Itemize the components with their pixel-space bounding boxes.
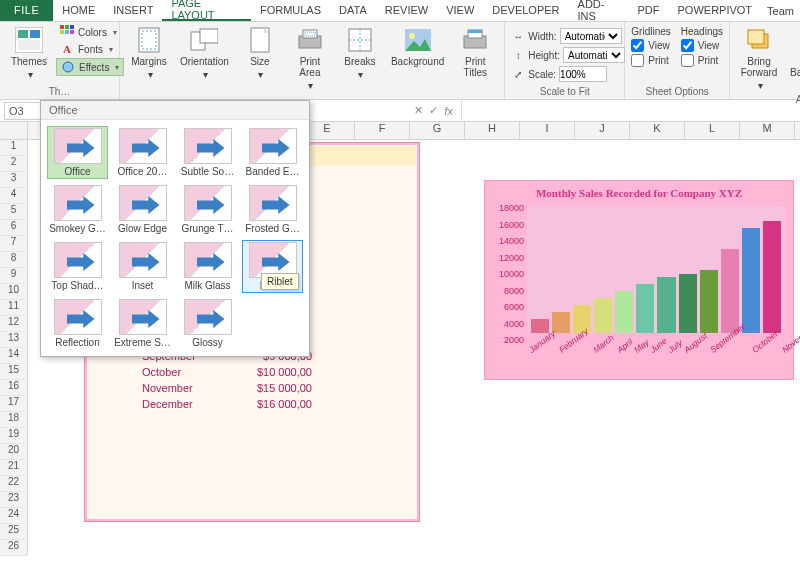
effect-option[interactable]: Inset: [112, 240, 173, 293]
tab-home[interactable]: HOME: [53, 0, 104, 21]
enter-icon[interactable]: ✓: [429, 104, 438, 117]
file-tab[interactable]: FILE: [0, 0, 53, 21]
effect-option[interactable]: Top Shad…: [47, 240, 108, 293]
fx-icon[interactable]: fx: [444, 105, 453, 117]
select-all-corner[interactable]: [0, 122, 28, 139]
data-row[interactable]: November$15 000,00: [140, 382, 316, 397]
gridlines-print-checkbox[interactable]: [631, 54, 644, 67]
sheetoptions-group-label: Sheet Options: [631, 85, 723, 99]
width-select[interactable]: Automatic: [560, 28, 622, 44]
effect-option[interactable]: Extreme S…: [112, 297, 173, 350]
tab-add-ins[interactable]: ADD-INS: [569, 0, 629, 21]
row-header[interactable]: 25: [0, 524, 28, 540]
row-header[interactable]: 17: [0, 396, 28, 412]
headings-print-checkbox[interactable]: [681, 54, 694, 67]
gridlines-view-checkbox[interactable]: [631, 39, 644, 52]
formula-input[interactable]: [461, 100, 800, 121]
chevron-down-icon: ▾: [113, 28, 117, 37]
column-header[interactable]: M: [740, 122, 795, 139]
tab-formulas[interactable]: FORMULAS: [251, 0, 330, 21]
headings-view-checkbox[interactable]: [681, 39, 694, 52]
chart-bar: [594, 298, 612, 333]
colors-button[interactable]: Colors▾: [56, 24, 124, 40]
effect-option[interactable]: Reflection: [47, 297, 108, 350]
column-header[interactable]: L: [685, 122, 740, 139]
tab-developer[interactable]: DEVELOPER: [483, 0, 568, 21]
fonts-button[interactable]: AFonts▾: [56, 41, 124, 57]
effect-thumb-icon: [119, 299, 167, 335]
sendbackward-button[interactable]: Send Backward▾: [786, 24, 800, 93]
row-header[interactable]: 26: [0, 540, 28, 556]
tab-data[interactable]: DATA: [330, 0, 376, 21]
chart-bar: [636, 284, 654, 333]
scale-input[interactable]: [559, 66, 607, 82]
row-header[interactable]: 20: [0, 444, 28, 460]
row-header[interactable]: 11: [0, 300, 28, 316]
effect-option[interactable]: Glossy: [177, 297, 238, 350]
row-header[interactable]: 15: [0, 364, 28, 380]
effect-option[interactable]: Grunge T…: [177, 183, 238, 236]
svg-rect-1: [18, 30, 28, 38]
tab-insert[interactable]: INSERT: [104, 0, 162, 21]
row-header[interactable]: 1: [0, 140, 28, 156]
orientation-button[interactable]: Orientation▾: [176, 24, 233, 82]
row-header[interactable]: 22: [0, 476, 28, 492]
effect-option[interactable]: Subtle So…: [177, 126, 238, 179]
themes-button[interactable]: Themes▾: [6, 24, 52, 82]
effect-option[interactable]: Frosted G…: [242, 183, 303, 236]
data-row[interactable]: October$10 000,00: [140, 366, 316, 381]
row-header[interactable]: 6: [0, 220, 28, 236]
tab-pdf[interactable]: PDF: [629, 0, 669, 21]
effect-option[interactable]: Glow Edge: [112, 183, 173, 236]
tab-review[interactable]: REVIEW: [376, 0, 437, 21]
row-header[interactable]: 7: [0, 236, 28, 252]
data-row[interactable]: December$16 000,00: [140, 398, 316, 413]
effect-option[interactable]: Smokey G…: [47, 183, 108, 236]
column-header[interactable]: H: [465, 122, 520, 139]
row-header[interactable]: 18: [0, 412, 28, 428]
row-header[interactable]: 24: [0, 508, 28, 524]
tab-page-layout[interactable]: PAGE LAYOUT: [162, 0, 251, 21]
effect-option[interactable]: Office 20…: [112, 126, 173, 179]
row-header[interactable]: 9: [0, 268, 28, 284]
embedded-chart[interactable]: Monthly Sales Recorded for Company XYZ 1…: [484, 180, 794, 380]
row-header[interactable]: 21: [0, 460, 28, 476]
colors-icon: [60, 25, 74, 39]
row-header[interactable]: 3: [0, 172, 28, 188]
chevron-down-icon: ▾: [28, 69, 33, 80]
row-header[interactable]: 12: [0, 316, 28, 332]
row-header[interactable]: 2: [0, 156, 28, 172]
row-header[interactable]: 8: [0, 252, 28, 268]
tab-powerpivot[interactable]: POWERPIVOT: [669, 0, 762, 21]
column-header[interactable]: K: [630, 122, 685, 139]
row-header[interactable]: 10: [0, 284, 28, 300]
bringforward-button[interactable]: Bring Forward▾: [736, 24, 782, 93]
size-button[interactable]: Size▾: [237, 24, 283, 82]
row-header[interactable]: 5: [0, 204, 28, 220]
row-header[interactable]: 4: [0, 188, 28, 204]
svg-rect-28: [748, 30, 764, 44]
tab-view[interactable]: VIEW: [437, 0, 483, 21]
row-header[interactable]: 13: [0, 332, 28, 348]
margins-button[interactable]: Margins▾: [126, 24, 172, 82]
column-header[interactable]: I: [520, 122, 575, 139]
breaks-button[interactable]: Breaks▾: [337, 24, 383, 82]
row-header[interactable]: 14: [0, 348, 28, 364]
row-header[interactable]: 23: [0, 492, 28, 508]
height-select[interactable]: Automatic: [563, 47, 625, 63]
effect-option[interactable]: Office: [47, 126, 108, 179]
column-header[interactable]: J: [575, 122, 630, 139]
background-button[interactable]: Background: [387, 24, 448, 69]
effect-thumb-icon: [184, 128, 232, 164]
effect-option[interactable]: Milk Glass: [177, 240, 238, 293]
column-header[interactable]: F: [355, 122, 410, 139]
effect-option[interactable]: Banded E…: [242, 126, 303, 179]
cancel-icon[interactable]: ✕: [414, 104, 423, 117]
effects-button[interactable]: Effects▾: [56, 58, 124, 76]
row-header[interactable]: 16: [0, 380, 28, 396]
row-header[interactable]: 19: [0, 428, 28, 444]
printarea-button[interactable]: Print Area▾: [287, 24, 333, 93]
column-header[interactable]: G: [410, 122, 465, 139]
printtitles-button[interactable]: Print Titles: [452, 24, 498, 80]
team-tab[interactable]: Team: [761, 1, 800, 21]
